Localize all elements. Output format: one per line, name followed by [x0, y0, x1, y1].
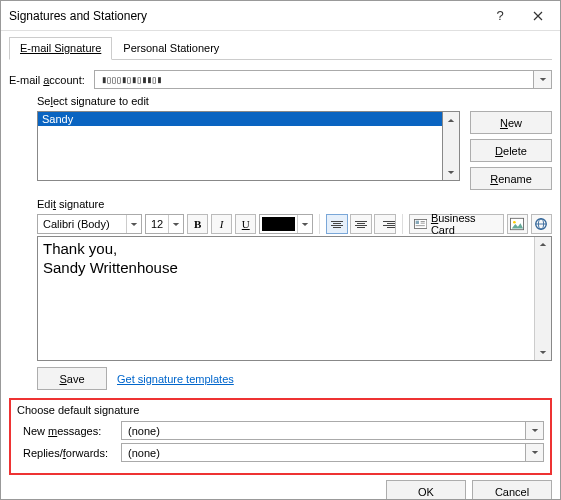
toolbar-separator	[402, 214, 403, 234]
email-account-value: ▮▯▯▯▮▯▮▯▮▮▯▮	[95, 74, 533, 86]
tab-personal-stationery-label: Personal Stationery	[123, 42, 219, 54]
bold-button[interactable]: B	[187, 214, 208, 234]
italic-icon: I	[220, 218, 224, 230]
insert-link-button[interactable]	[531, 214, 552, 234]
scroll-up-icon[interactable]	[443, 112, 459, 128]
help-button[interactable]: ?	[485, 1, 515, 31]
svg-rect-1	[415, 221, 418, 224]
business-card-icon	[414, 217, 427, 231]
tab-email-signature[interactable]: E-mail Signature	[9, 37, 112, 60]
email-account-label: E-mail account:	[9, 74, 94, 86]
rename-button[interactable]: Rename	[470, 167, 552, 190]
font-size-combo[interactable]: 12	[145, 214, 184, 234]
business-card-button[interactable]: Business Card	[409, 214, 504, 234]
font-size-value: 12	[146, 218, 168, 230]
save-row: Save Get signature templates	[37, 367, 552, 390]
chevron-down-icon[interactable]	[525, 444, 543, 461]
list-item[interactable]: Sandy	[38, 112, 442, 126]
close-button[interactable]	[515, 1, 560, 31]
replies-forwards-combo[interactable]: (none)	[121, 443, 544, 462]
align-center-button[interactable]	[350, 214, 372, 234]
chevron-down-icon[interactable]	[525, 422, 543, 439]
scroll-down-icon[interactable]	[443, 164, 459, 180]
delete-button[interactable]: Delete	[470, 139, 552, 162]
chevron-down-icon[interactable]	[297, 215, 312, 233]
title-bar: Signatures and Stationery ?	[1, 1, 560, 31]
align-group	[326, 214, 396, 234]
listbox-scrollbar[interactable]	[442, 111, 460, 181]
new-messages-combo[interactable]: (none)	[121, 421, 544, 440]
new-messages-row: New messages: (none)	[17, 421, 544, 440]
align-right-button[interactable]	[374, 214, 396, 234]
toolbar-separator	[319, 214, 320, 234]
signature-list-area: Sandy New Delete Rename	[37, 111, 552, 190]
choose-default-signature-label: Choose default signature	[17, 404, 544, 416]
window-title: Signatures and Stationery	[9, 9, 485, 23]
editor-scrollbar[interactable]	[534, 237, 551, 360]
new-messages-label: New messages:	[17, 425, 121, 437]
new-button[interactable]: New	[470, 111, 552, 134]
replies-forwards-value: (none)	[122, 447, 525, 459]
insert-picture-button[interactable]	[507, 214, 528, 234]
choose-default-signature-group: Choose default signature New messages: (…	[9, 398, 552, 475]
replies-forwards-row: Replies/forwards: (none)	[17, 443, 544, 462]
get-templates-link[interactable]: Get signature templates	[117, 373, 234, 385]
underline-icon: U	[242, 218, 250, 230]
ok-button[interactable]: OK	[386, 480, 466, 500]
scroll-down-icon[interactable]	[535, 345, 551, 360]
svg-point-6	[513, 221, 516, 224]
tab-email-signature-label: E-mail Signature	[20, 42, 101, 54]
signature-content[interactable]: Thank you, Sandy Writtenhouse	[38, 237, 534, 360]
chevron-down-icon[interactable]	[168, 215, 183, 233]
scroll-up-icon[interactable]	[535, 237, 551, 252]
chevron-down-icon[interactable]	[533, 71, 551, 88]
signature-side-buttons: New Delete Rename	[470, 111, 552, 190]
tab-strip: E-mail Signature Personal Stationery	[9, 37, 552, 60]
save-button[interactable]: Save	[37, 367, 107, 390]
dialog-body: E-mail Signature Personal Stationery E-m…	[1, 31, 560, 500]
formatting-toolbar: Calibri (Body) 12 B I U	[37, 214, 552, 234]
email-account-row: E-mail account: ▮▯▯▯▮▯▮▯▮▮▯▮	[9, 70, 552, 89]
signature-listbox[interactable]: Sandy	[37, 111, 442, 181]
chevron-down-icon[interactable]	[126, 215, 141, 233]
signature-editor[interactable]: Thank you, Sandy Writtenhouse	[37, 236, 552, 361]
email-account-combo[interactable]: ▮▯▯▯▮▯▮▯▮▮▯▮	[94, 70, 552, 89]
bold-icon: B	[194, 218, 201, 230]
font-color-combo[interactable]	[259, 214, 312, 234]
edit-signature-label: Edit signature	[37, 198, 552, 210]
color-swatch-icon	[262, 217, 294, 231]
select-signature-label: Select signature to edit	[37, 95, 552, 107]
cancel-button[interactable]: Cancel	[472, 480, 552, 500]
underline-button[interactable]: U	[235, 214, 256, 234]
font-family-combo[interactable]: Calibri (Body)	[37, 214, 142, 234]
tab-personal-stationery[interactable]: Personal Stationery	[112, 37, 230, 60]
replies-forwards-label: Replies/forwards:	[17, 447, 121, 459]
italic-button[interactable]: I	[211, 214, 232, 234]
link-icon	[534, 217, 548, 231]
align-left-button[interactable]	[326, 214, 348, 234]
picture-icon	[510, 217, 524, 231]
close-icon	[533, 11, 543, 21]
new-messages-value: (none)	[122, 425, 525, 437]
dialog-button-row: OK Cancel	[9, 475, 552, 500]
font-family-value: Calibri (Body)	[38, 218, 126, 230]
